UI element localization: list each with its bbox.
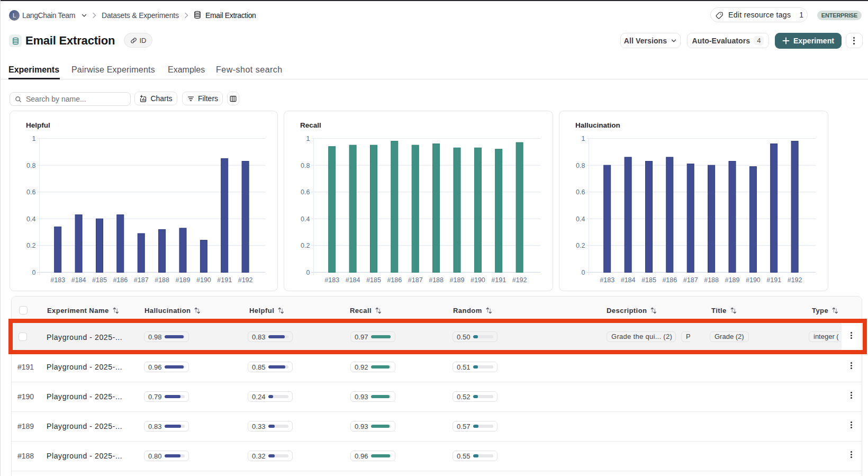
svg-text:0: 0	[32, 269, 36, 276]
svg-text:Helpful: Helpful	[26, 121, 50, 129]
svg-text:0.2: 0.2	[26, 242, 35, 249]
svg-text:1: 1	[32, 135, 36, 142]
svg-text:#191: #191	[491, 276, 506, 284]
svg-text:#185: #185	[641, 276, 656, 284]
svg-text:#185: #185	[92, 276, 107, 284]
svg-text:0.8: 0.8	[576, 162, 585, 169]
svg-text:0.4: 0.4	[26, 215, 35, 223]
svg-text:#189: #189	[176, 276, 191, 284]
svg-text:0.4: 0.4	[301, 215, 310, 223]
svg-text:0.6: 0.6	[26, 188, 35, 196]
svg-text:Hallucination: Hallucination	[575, 121, 620, 129]
svg-text:#183: #183	[50, 276, 65, 284]
svg-text:#192: #192	[788, 276, 802, 284]
svg-text:#184: #184	[71, 276, 86, 284]
svg-text:#187: #187	[683, 276, 698, 284]
svg-text:0.2: 0.2	[576, 242, 585, 249]
svg-text:1: 1	[582, 135, 585, 142]
svg-text:#189: #189	[725, 276, 740, 284]
svg-text:#191: #191	[217, 276, 232, 284]
svg-text:#183: #183	[324, 276, 339, 284]
svg-text:0.4: 0.4	[576, 215, 585, 223]
svg-text:#191: #191	[766, 276, 781, 284]
svg-text:#184: #184	[346, 276, 360, 284]
svg-text:#185: #185	[366, 276, 381, 284]
svg-text:#188: #188	[704, 276, 719, 284]
svg-text:0.2: 0.2	[301, 242, 310, 249]
svg-text:#189: #189	[450, 276, 465, 284]
svg-text:#186: #186	[113, 276, 128, 284]
svg-text:#192: #192	[238, 276, 253, 284]
svg-text:0: 0	[582, 269, 585, 276]
svg-text:0.8: 0.8	[301, 162, 310, 169]
svg-text:#187: #187	[134, 276, 149, 284]
svg-text:#183: #183	[600, 276, 614, 284]
svg-text:#184: #184	[621, 276, 636, 284]
svg-text:#186: #186	[662, 276, 677, 284]
svg-text:#190: #190	[746, 276, 761, 284]
svg-text:0: 0	[306, 269, 310, 276]
svg-text:#188: #188	[429, 276, 444, 284]
svg-text:#188: #188	[155, 276, 169, 284]
svg-text:#190: #190	[196, 276, 211, 284]
svg-text:#187: #187	[408, 276, 423, 284]
svg-text:#190: #190	[471, 276, 485, 284]
svg-text:0.6: 0.6	[576, 188, 585, 196]
svg-text:0.8: 0.8	[26, 162, 35, 169]
svg-text:Recall: Recall	[300, 121, 321, 129]
svg-text:#186: #186	[387, 276, 402, 284]
svg-text:1: 1	[306, 135, 310, 142]
svg-text:0.6: 0.6	[301, 188, 310, 196]
svg-text:#192: #192	[512, 276, 527, 284]
